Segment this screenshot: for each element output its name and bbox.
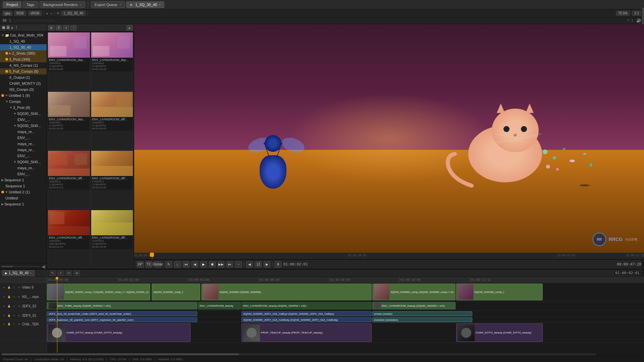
tl-razor-tool[interactable]: ✂ xyxy=(66,270,72,276)
arrow-seq1a[interactable]: ▶ xyxy=(1,178,4,182)
tl-2dfx02-vis[interactable]: ● xyxy=(2,305,6,308)
frame-pill[interactable]: 1:1 xyxy=(632,11,641,16)
tl-2dfx02-mute[interactable]: M xyxy=(17,305,21,308)
tree-maya3[interactable]: maya_re... xyxy=(0,147,47,153)
thumb-5[interactable]: ENV_LIVINGROOM_diff... 1920x812 1f @24FP… xyxy=(48,150,90,209)
thumb-btn-detail[interactable]: ≡ xyxy=(63,25,69,31)
skip-to-end-btn[interactable]: ⏭ xyxy=(226,261,233,267)
clip-ns-1[interactable]: ENV_TUBE_beauty (SQ040_SH0020 > v01) xyxy=(47,302,197,309)
tree-untitled2[interactable]: ▼ Untitled 2 (1) xyxy=(0,189,47,195)
h-scrollbar[interactable] xyxy=(1,266,40,267)
tree-sq030-b[interactable]: ▼ SQ030_SH0... xyxy=(0,123,47,129)
clip-v9-2[interactable]: SQ040_SH0030_comp_f xyxy=(152,284,200,300)
frame-num-btn[interactable]: 12 xyxy=(255,261,262,267)
tab-bg-renders[interactable]: Background Renders × xyxy=(40,1,86,8)
thumb-4[interactable]: ENV_LIVINGROOM_diff... 1920x812 1f @24FP… xyxy=(91,92,133,150)
tl-tab-main[interactable]: ▶ 1_SQ_30_40 × xyxy=(2,270,35,276)
tab-bg-renders-close[interactable]: × xyxy=(80,3,82,6)
mark-in-btn[interactable]: ⌂ xyxy=(174,261,181,267)
tl-hscroll-thumb[interactable] xyxy=(1,353,239,355)
global-btn[interactable]: Global xyxy=(154,261,161,267)
tree-env1[interactable]: ENV_... xyxy=(0,117,47,123)
tl-select-tool[interactable]: ↖ xyxy=(50,270,56,276)
tl-track-tool[interactable]: + xyxy=(58,270,64,276)
tl-char-vis[interactable]: ● xyxy=(2,322,6,325)
loop-btn[interactable]: ↻ xyxy=(165,261,172,267)
thumb-btn-grid[interactable]: ⊞ xyxy=(48,25,54,31)
tl-tab-close[interactable]: × xyxy=(30,272,32,275)
skip-to-start-btn[interactable]: ⏮ xyxy=(183,261,190,267)
tl-track-2dfx02[interactable]: ● 🔒 S M 2DFX_02 xyxy=(0,302,47,311)
clip-char-2[interactable]: PROP_TEACUP_beauty (PROP_TEACUP_beauty) xyxy=(241,323,372,342)
tree-env3[interactable]: ENV_... xyxy=(0,153,47,159)
tab-project[interactable]: Project xyxy=(3,1,21,8)
clip-v9-4[interactable]: SQ040_SH0060_comp (SQ040_SH0060_comp > v… xyxy=(372,284,455,300)
thumb-6[interactable]: ENV_LIVINGROOM_diff... 1920x812 1f @24FP… xyxy=(91,150,133,209)
tree-untitled1[interactable]: ▼ Untitled 1 (9) xyxy=(0,93,47,99)
download-btn[interactable]: ⬇ xyxy=(275,261,281,267)
clip-ns-2[interactable]: ENV_LIVINGROOM_beauty xyxy=(198,302,241,309)
project-tree[interactable]: ▼ 📁 Cat_And_Moth_V04 1_SQ_40 1_SQ_30_40 … xyxy=(0,32,47,263)
tl-char-solo[interactable]: S xyxy=(12,322,16,325)
tl-tracks-right[interactable]: 01:00:00:00 01:00:02:00 01:00:04:00 01:0… xyxy=(47,277,644,353)
tc-type-btn[interactable]: TC xyxy=(146,261,152,267)
thumb-3[interactable]: ENV_LIVINGROOM_dep... 1920x812 1f @24FPS… xyxy=(48,92,90,150)
tl-v9-solo[interactable]: S xyxy=(12,286,16,289)
play-btn[interactable]: ▶ xyxy=(200,261,207,267)
tl-track-2dfx01[interactable]: ● 🔒 S M 2DFX_01 xyxy=(0,311,47,320)
thumb-8[interactable]: ENV_LIVINGROOM_diff... 1920x812 1f @24FP… xyxy=(91,210,133,268)
viewer-playhead-handle[interactable] xyxy=(150,253,154,257)
arrow-untitled2[interactable]: ▼ xyxy=(5,190,8,194)
clip-2dfx02-1[interactable]: 2DFX_dust_06_bookChair_under (2DFX_dust_… xyxy=(47,311,197,316)
thumb-btn-list[interactable]: ☰ xyxy=(56,25,62,31)
tree-shots[interactable]: ▶ 2_Shots (380) xyxy=(0,50,47,56)
clip-v9-3[interactable]: SQ040_SH0050 (SQ040_SH0050) xyxy=(201,284,372,300)
tl-ns-mute[interactable]: M xyxy=(17,295,21,298)
clip-2dfx01-1[interactable]: 2DFX_explosion_06_plant02_over (2DFX_exp… xyxy=(47,317,197,322)
tree-sq040[interactable]: ▼ SQ040_SH0... xyxy=(0,159,47,165)
exposure-slider[interactable] xyxy=(14,20,54,21)
tree-ns-comps[interactable]: 4_NS_Comps (1) xyxy=(0,62,47,68)
tl-2dfx01-vis[interactable]: ● xyxy=(2,314,6,317)
arrow-sq040[interactable]: ▼ xyxy=(13,160,16,164)
tl-ns-vis[interactable]: ● xyxy=(2,295,6,298)
tree-seq1a[interactable]: ▶ Sequence 1 xyxy=(0,177,47,183)
srgb-pill[interactable]: sRGB xyxy=(28,11,42,16)
tree-comps-folder[interactable]: ▼ Comps xyxy=(0,99,47,105)
clip-2dfx02-2[interactable]: SQ040_SH0050_2DFX_018_CatEye (SQ040_SH00… xyxy=(241,311,372,316)
prev-frame-btn[interactable]: ◀ xyxy=(246,261,253,267)
clip-2dfx01-2[interactable]: SQ040_SH0050_2DFX_01A_CarBody (SQ040_SH0… xyxy=(241,317,372,322)
arrow-3post[interactable]: ▼ xyxy=(9,106,12,109)
fps-selector-btn[interactable]: 24* xyxy=(137,261,144,267)
tree-post[interactable]: 3_Post (349) xyxy=(0,56,47,62)
clip-char-3[interactable]: CHAR_DITTO_beauty (CHAR_DITTO_beauty) xyxy=(456,323,543,342)
tree-ns-comps2[interactable]: NS_Comps (0) xyxy=(0,86,47,93)
tl-slip-tool[interactable]: ⇔ xyxy=(74,270,80,276)
arrow-sq030a[interactable]: ▼ xyxy=(13,112,16,115)
tree-maya1[interactable]: maya_re... xyxy=(0,129,47,135)
step-fwd-btn[interactable]: ▶▶ xyxy=(218,261,224,267)
tree-full-comps[interactable]: 5_Full_Comps (8) xyxy=(0,68,47,74)
tree-char-monty[interactable]: CHAR_MONTY (2) xyxy=(0,80,47,86)
loop2-btn[interactable]: ○ xyxy=(235,261,242,267)
rgb-pill[interactable]: RGB xyxy=(14,11,26,16)
tl-timecode[interactable]: 01:00:02:01 xyxy=(613,270,641,276)
tl-v9-lock[interactable]: 🔒 xyxy=(7,286,11,289)
tl-ns-solo[interactable]: S xyxy=(12,295,16,298)
arrow-cat-moth[interactable]: ▼ xyxy=(1,34,4,37)
arrow-sq030b[interactable]: ▼ xyxy=(13,124,16,127)
tree-output[interactable]: 6_Output (1) xyxy=(0,74,47,80)
viewer-playhead[interactable] xyxy=(152,253,152,259)
clip-ns-4[interactable]: ENV_LIVINGROOM_beauty (SQ040_SH0060 > v0… xyxy=(372,302,455,309)
tl-track-ns[interactable]: ● 🔒 S M NS_....mps xyxy=(0,292,47,302)
rgba-badge[interactable]: rgba xyxy=(3,11,12,16)
tree-sq030-a[interactable]: ▼ SQ030_SH0... xyxy=(0,111,47,117)
step-back-btn[interactable]: ◀ xyxy=(192,261,198,267)
arrow-shots[interactable]: ▶ xyxy=(9,52,11,55)
clip-v9-1[interactable]: SQ040_SH020_comp_f (SQ040_SH020_comp_f >… xyxy=(47,284,150,300)
stop-btn[interactable]: ⏹ xyxy=(209,261,216,267)
tl-2dfx01-solo[interactable]: S xyxy=(12,314,16,317)
thumb-2[interactable]: ENV_LIVINGROOM_dep... 1920x812 1f @24FPS… xyxy=(91,32,133,91)
tl-2dfx02-solo[interactable]: S xyxy=(12,305,16,308)
tree-env4[interactable]: ENV_... xyxy=(0,171,47,177)
